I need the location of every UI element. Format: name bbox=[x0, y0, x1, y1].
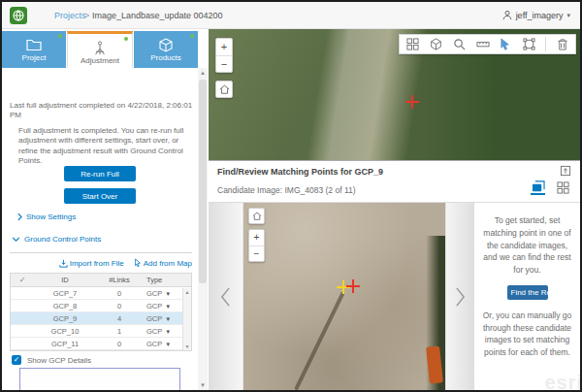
gcp-actions: Import from File Add from Map bbox=[10, 258, 192, 268]
table-row[interactable]: GCP_101GCP▼ bbox=[11, 325, 191, 338]
tab-products[interactable]: Products bbox=[134, 31, 198, 68]
image-collection-icon[interactable] bbox=[405, 37, 420, 51]
gcp-type-dropdown[interactable]: GCP▼ bbox=[143, 340, 183, 348]
breadcrumb-projects-link[interactable]: Projects bbox=[54, 11, 86, 20]
adjustment-panel: Last full adjustment completed on 4/22/2… bbox=[2, 68, 196, 390]
table-row[interactable]: GCP_80GCP▼ bbox=[11, 300, 191, 312]
folder-icon bbox=[26, 38, 42, 51]
import-icon bbox=[59, 259, 68, 268]
instruction-manual-text: Or, you can manually go through these ca… bbox=[480, 310, 574, 359]
select-point-icon[interactable] bbox=[499, 37, 513, 51]
zoom-in-button[interactable]: + bbox=[249, 230, 264, 245]
person-icon bbox=[502, 10, 512, 20]
search-icon[interactable] bbox=[452, 37, 467, 51]
show-settings-toggle[interactable]: Show Settings bbox=[17, 212, 76, 221]
cursor-icon bbox=[134, 258, 142, 268]
gcp-type-dropdown[interactable]: GCP▼ bbox=[143, 289, 183, 298]
gcp-section-toggle[interactable]: Ground Control Points bbox=[12, 235, 101, 244]
gcp-marker-red-cross[interactable] bbox=[405, 95, 419, 109]
zoom-in-button[interactable]: + bbox=[216, 39, 232, 55]
show-gcp-details-label: Show GCP Details bbox=[27, 356, 91, 365]
import-from-file-link[interactable]: Import from File bbox=[59, 258, 124, 268]
gcp-links: 4 bbox=[96, 314, 143, 323]
photo-home-control bbox=[248, 208, 265, 224]
gcp-id: GCP_9 bbox=[34, 314, 96, 323]
gcp-links: 0 bbox=[96, 340, 143, 348]
grid-view-icon[interactable] bbox=[556, 180, 570, 195]
extent-icon[interactable] bbox=[522, 37, 536, 51]
candidate-image-label: Candidate Image: IMG_4083 (2 of 11) bbox=[217, 185, 356, 195]
app-window: Projects > Image_Landbase_update 004200 … bbox=[0, 0, 582, 392]
dropdown-caret-icon: ▼ bbox=[165, 291, 171, 297]
find-the-rest-button[interactable]: Find the Rest bbox=[507, 285, 548, 300]
layers-hexagon-icon[interactable] bbox=[429, 37, 443, 51]
gcp-photo-preview: Photo not available bbox=[19, 368, 180, 390]
show-gcp-details-checkbox[interactable]: ✓ bbox=[12, 355, 21, 365]
scroll-down-icon[interactable]: ▼ bbox=[183, 343, 191, 350]
scroll-up-icon[interactable]: ▲ bbox=[183, 288, 191, 296]
panel-title: Find/Review Matching Points for GCP_9 bbox=[217, 167, 383, 177]
left-panel: Project Adjustment Products ▲ ▼ Last ful… bbox=[2, 29, 209, 390]
instructions-column: To get started, set matching point in on… bbox=[474, 203, 580, 391]
find-review-panel: Find/Review Matching Points for GCP_9 Ca… bbox=[209, 160, 580, 390]
measure-icon[interactable] bbox=[475, 37, 490, 51]
esri-logo-icon bbox=[10, 7, 27, 24]
home-icon[interactable] bbox=[216, 82, 232, 97]
map-view[interactable]: + − bbox=[209, 29, 580, 160]
adjustment-description-text: Full adjustment is completed. You can re… bbox=[18, 126, 191, 167]
map-home-control bbox=[215, 81, 233, 98]
adjustment-status-text: Last full adjustment completed on 4/22/2… bbox=[10, 101, 194, 121]
table-row[interactable]: GCP_94GCP▼ bbox=[11, 312, 191, 325]
chevron-right-icon bbox=[17, 212, 22, 221]
map-toolbar bbox=[399, 34, 576, 54]
panel-tabs: Project Adjustment Products bbox=[2, 31, 198, 68]
zoom-out-button[interactable]: − bbox=[249, 245, 264, 261]
previous-image-button[interactable] bbox=[209, 203, 243, 391]
gcp-links: 0 bbox=[96, 289, 143, 298]
gcp-type-dropdown[interactable]: GCP▼ bbox=[143, 327, 183, 336]
scroll-down-icon[interactable]: ▼ bbox=[198, 380, 208, 390]
show-settings-label: Show Settings bbox=[26, 212, 76, 221]
matching-point-red-cross[interactable] bbox=[346, 279, 360, 293]
photo-pole-shadow bbox=[294, 291, 345, 390]
delete-icon[interactable] bbox=[555, 37, 569, 51]
show-gcp-details-row: ✓ Show GCP Details bbox=[12, 355, 91, 365]
add-from-map-link[interactable]: Add from Map bbox=[134, 258, 192, 268]
start-over-button[interactable]: Start Over bbox=[64, 188, 136, 204]
next-image-button[interactable] bbox=[445, 203, 474, 391]
status-dot-icon bbox=[58, 34, 62, 38]
chevron-down-icon: ▾ bbox=[566, 12, 570, 19]
gcp-id: GCP_8 bbox=[34, 302, 96, 310]
gcp-type-dropdown[interactable]: GCP▼ bbox=[143, 314, 183, 323]
chevron-down-icon bbox=[12, 237, 20, 242]
instruction-start-text: To get started, set matching point in on… bbox=[480, 214, 574, 277]
col-header-id: ID bbox=[34, 276, 96, 284]
gcp-type-dropdown[interactable]: GCP▼ bbox=[143, 302, 183, 310]
add-label: Add from Map bbox=[144, 259, 192, 268]
table-scrollbar[interactable]: ▲ ▼ bbox=[182, 288, 191, 350]
card-view-icon[interactable] bbox=[531, 180, 545, 195]
cube-icon bbox=[158, 38, 174, 51]
rerun-full-button[interactable]: Re-run Full bbox=[64, 166, 136, 181]
panel-scrollbar[interactable]: ▲ ▼ bbox=[198, 68, 208, 390]
toolbar-separator bbox=[545, 37, 546, 51]
table-row[interactable]: GCP_70GCP▼ bbox=[11, 287, 191, 300]
esri-watermark: esri bbox=[544, 368, 580, 391]
col-header-links: #Links bbox=[96, 276, 143, 284]
tab-adjustment[interactable]: Adjustment bbox=[67, 31, 133, 68]
status-dot-icon bbox=[124, 37, 128, 41]
table-row[interactable]: GCP_110GCP▼ bbox=[11, 338, 191, 350]
scroll-up-icon[interactable]: ▲ bbox=[198, 68, 208, 78]
dock-panel-icon[interactable] bbox=[560, 165, 571, 177]
gcp-links: 0 bbox=[96, 302, 143, 310]
status-dot-icon bbox=[190, 34, 194, 38]
candidate-image[interactable]: + − bbox=[243, 203, 445, 391]
top-bar: Projects > Image_Landbase_update 004200 … bbox=[2, 2, 580, 29]
scroll-thumb[interactable] bbox=[199, 80, 207, 283]
tab-project[interactable]: Project bbox=[2, 31, 66, 68]
home-icon[interactable] bbox=[249, 209, 264, 223]
view-toggles bbox=[531, 180, 570, 195]
zoom-out-button[interactable]: − bbox=[216, 55, 232, 72]
user-menu[interactable]: jeff_imagery ▾ bbox=[502, 10, 570, 20]
breadcrumb-separator: > bbox=[84, 11, 89, 20]
